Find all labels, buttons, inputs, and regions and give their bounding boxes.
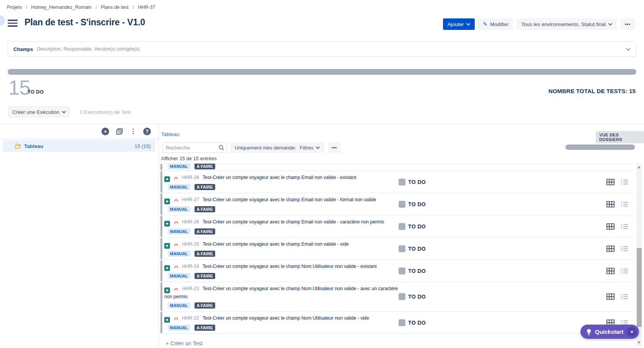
table-row[interactable]: HHR-28Test-Créer un compte voyageur avec… — [160, 171, 633, 193]
manual-badge: MANUAL — [168, 184, 190, 190]
status-cell: TO DO — [399, 293, 426, 300]
status-cell: TO DO — [399, 223, 426, 230]
status-label: TO DO — [408, 246, 426, 252]
manual-test-icon — [164, 221, 170, 227]
test-summary-line: HHR-22Test-Créer un compte voyageur avec… — [164, 315, 402, 323]
test-summary[interactable]: Test-Créer un compte voyageur avec le ch… — [203, 197, 376, 202]
tests-table: MANUAL A FAIRE HHR-28Test-Créer un compt… — [160, 163, 633, 346]
test-details-grid-icon[interactable] — [606, 294, 615, 300]
table-row-partial[interactable]: MANUAL A FAIRE — [160, 164, 633, 171]
a-faire-badge: A FAIRE — [195, 164, 215, 169]
test-steps-list-icon[interactable] — [621, 268, 628, 274]
search-icon[interactable] — [219, 145, 224, 152]
chevron-down-icon[interactable] — [626, 46, 631, 53]
quickstart-label: Quickstart — [595, 328, 623, 335]
test-steps-list-icon[interactable] — [621, 179, 628, 185]
test-details-grid-icon[interactable] — [606, 179, 615, 185]
test-steps-list-icon[interactable] — [621, 223, 628, 229]
scrollbar-thumb[interactable] — [637, 248, 642, 327]
close-icon[interactable]: × — [627, 327, 637, 337]
search-box — [162, 143, 227, 153]
table-row[interactable]: HHR-23Test-Créer un compte voyageur avec… — [160, 282, 633, 312]
header-actions: Ajouter ✎ Modifier Tous les environnemen… — [443, 18, 635, 30]
test-summary-line: HHR-28Test-Créer un compte voyageur avec… — [164, 174, 402, 182]
pencil-icon: ✎ — [483, 21, 487, 27]
add-button[interactable]: Ajouter — [443, 18, 475, 30]
row-actions — [606, 223, 628, 230]
test-details-grid-icon[interactable] — [606, 223, 615, 230]
test-summary[interactable]: Test-Créer un compte voyageur avec le ch… — [203, 241, 349, 247]
add-folder-icon[interactable]: + — [101, 128, 109, 135]
badge-line: MANUAL A FAIRE — [168, 228, 564, 235]
status-icon — [399, 319, 405, 326]
test-steps-list-icon[interactable] — [621, 294, 628, 300]
test-details-grid-icon[interactable] — [606, 201, 615, 207]
test-steps-list-icon[interactable] — [621, 201, 628, 207]
test-summary[interactable]: Test-Créer un compte voyageur avec le ch… — [203, 219, 384, 225]
create-test-link[interactable]: + Créer un Test — [160, 334, 633, 346]
test-details-grid-icon[interactable] — [606, 268, 615, 274]
badge-line: MANUAL A FAIRE — [168, 164, 215, 169]
priority-high-icon — [174, 287, 178, 291]
kebab-menu-icon[interactable]: ⋮ — [130, 128, 136, 135]
test-key[interactable]: HHR-28 — [182, 175, 199, 180]
header-more-button[interactable]: ••• — [620, 18, 635, 30]
environments-filter-button[interactable]: Tous les environnements, Statut final — [517, 18, 617, 30]
todo-count-label: TO DO — [28, 89, 44, 95]
test-key[interactable]: HHR-25 — [182, 241, 199, 247]
test-steps-list-icon[interactable] — [621, 246, 628, 251]
breadcrumb-issue-key[interactable]: HHR-37 — [138, 5, 155, 10]
test-summary[interactable]: Test-Créer un compte voyageur avec le ch… — [203, 264, 377, 269]
status-icon — [399, 268, 405, 274]
search-input[interactable] — [162, 143, 227, 153]
breadcrumb-projects[interactable]: Projets — [7, 5, 22, 10]
table-row[interactable]: HHR-24Test-Créer un compte voyageur avec… — [160, 260, 633, 282]
folders-sidebar: + ⋮ ? Tableau 15 (15) — [0, 124, 159, 348]
a-faire-badge: A FAIRE — [195, 206, 215, 212]
fields-panel-toggle[interactable]: Champs Description, Responsable, Version… — [8, 41, 636, 57]
table-row[interactable]: HHR-25Test-Créer un compte voyageur avec… — [160, 238, 633, 260]
a-faire-badge: A FAIRE — [195, 184, 215, 190]
test-summary-line: HHR-25Test-Créer un compte voyageur avec… — [164, 241, 402, 249]
test-summary[interactable]: Test-Créer un compte voyageur avec le ch… — [164, 286, 398, 299]
test-summary-line: HHR-23Test-Créer un compte voyageur avec… — [164, 285, 402, 300]
filters-button[interactable]: Filtres — [295, 143, 324, 153]
test-details-grid-icon[interactable] — [606, 245, 615, 252]
test-summary[interactable]: Test-Créer un compte voyageur avec le ch… — [203, 315, 369, 321]
scroll-up-arrow-icon[interactable] — [637, 166, 641, 168]
sidebar-folder-tableau[interactable]: Tableau 15 (15) — [3, 140, 155, 152]
status-label: TO DO — [408, 179, 426, 185]
edit-button[interactable]: ✎ Modifier — [478, 18, 513, 30]
status-icon — [399, 179, 405, 185]
manual-badge: MANUAL — [168, 325, 190, 331]
fields-summary: Description, Responsable, Version(s) cor… — [37, 46, 626, 52]
panel-more-button[interactable]: ••• — [328, 143, 340, 153]
menu-hamburger-icon[interactable] — [8, 20, 18, 27]
quickstart-button[interactable]: Quickstart × — [580, 325, 639, 339]
breadcrumb-project[interactable]: Homey_Hernandez_Romain — [31, 5, 92, 10]
status-cell: TO DO — [399, 319, 426, 326]
only-my-issues-button[interactable]: Uniquement mes demandes — [230, 143, 302, 153]
badge-line: MANUAL A FAIRE — [168, 302, 564, 309]
create-execution-button[interactable]: Créer une Exécution — [8, 106, 70, 118]
duplicate-icon[interactable] — [116, 128, 123, 135]
test-key[interactable]: HHR-27 — [182, 197, 199, 202]
table-row[interactable]: HHR-26Test-Créer un compte voyageur avec… — [160, 215, 633, 238]
folders-view-button[interactable]: VUE DES DOSSIERS — [596, 131, 644, 143]
scroll-down-arrow-icon[interactable] — [637, 341, 641, 344]
status-label: TO DO — [408, 320, 426, 326]
test-key[interactable]: HHR-24 — [182, 264, 199, 269]
table-row[interactable]: HHR-22Test-Créer un compte voyageur avec… — [160, 312, 633, 334]
manual-badge: MANUAL — [168, 251, 190, 257]
fields-label: Champs — [13, 46, 33, 52]
test-key[interactable]: HHR-26 — [182, 219, 199, 225]
breadcrumb-test-plans[interactable]: Plans de test — [101, 5, 129, 10]
test-key[interactable]: HHR-23 — [182, 286, 199, 291]
priority-high-icon — [174, 265, 178, 268]
table-row[interactable]: HHR-27Test-Créer un compte voyageur avec… — [160, 193, 633, 215]
test-key[interactable]: HHR-22 — [182, 315, 199, 321]
help-circle-icon[interactable]: ? — [143, 128, 151, 135]
priority-high-icon — [174, 199, 178, 202]
badge-line: MANUAL A FAIRE — [168, 184, 564, 190]
test-summary[interactable]: Test-Créer un compte voyageur avec le ch… — [203, 175, 356, 180]
